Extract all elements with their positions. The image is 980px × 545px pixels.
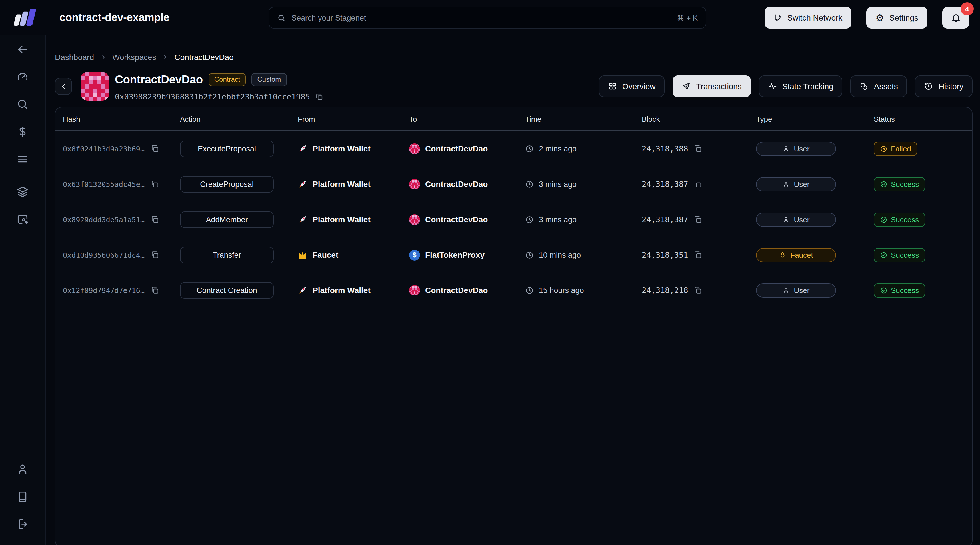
tab-assets[interactable]: Assets xyxy=(851,75,907,97)
main-content: Dashboard Workspaces ContractDevDao Cont… xyxy=(46,35,980,545)
contract-address: 0x03988239b9368831b2f21ebbf23b3af10cce19… xyxy=(115,92,310,101)
copy-hash-button[interactable] xyxy=(150,215,159,224)
block-number: 24,318,388 xyxy=(642,144,688,153)
copy-hash-button[interactable] xyxy=(150,180,159,189)
copy-icon xyxy=(694,250,703,259)
app-logo[interactable] xyxy=(0,0,46,35)
tab-state-tracking[interactable]: State Tracking xyxy=(759,75,843,97)
copy-block-button[interactable] xyxy=(694,215,703,224)
sidebar-item-contracts[interactable] xyxy=(10,206,35,231)
clock-icon xyxy=(525,251,534,259)
from-entity[interactable]: Platform Wallet xyxy=(298,179,409,189)
user-icon xyxy=(16,462,29,475)
action-button[interactable]: Transfer xyxy=(180,246,274,263)
type-badge: User xyxy=(756,283,836,297)
type-label: User xyxy=(794,215,810,224)
tab-history[interactable]: History xyxy=(915,75,972,97)
type-badge: Faucet xyxy=(756,248,836,262)
settings-button[interactable]: ⚙ Settings xyxy=(866,7,928,29)
block-number: 24,318,351 xyxy=(642,250,688,259)
back-button[interactable] xyxy=(55,78,72,95)
from-entity[interactable]: Platform Wallet xyxy=(298,215,409,224)
usdc-icon: $ xyxy=(409,249,420,260)
switch-network-label: Switch Network xyxy=(787,13,842,22)
copy-block-button[interactable] xyxy=(694,180,703,189)
sidebar-item-search[interactable] xyxy=(10,91,35,116)
tx-hash: 0x12f09d7947d7e716… xyxy=(63,286,145,294)
sidebar-item-docs[interactable] xyxy=(10,484,35,509)
time-value: 15 hours ago xyxy=(539,286,584,294)
chevron-right-icon xyxy=(100,54,107,60)
from-entity[interactable]: Platform Wallet xyxy=(298,144,409,153)
copy-block-button[interactable] xyxy=(694,286,703,295)
breadcrumb-dashboard[interactable]: Dashboard xyxy=(55,52,94,62)
switch-network-button[interactable]: Switch Network xyxy=(764,7,851,29)
sidebar-footer xyxy=(10,456,35,536)
to-entity[interactable]: $ ContractDevDao xyxy=(409,285,525,296)
workspace-avatar xyxy=(81,72,109,100)
sidebar-item-workspaces[interactable] xyxy=(10,179,35,204)
tx-hash: 0xd10d935606671dc4… xyxy=(63,251,145,259)
copy-hash-button[interactable] xyxy=(150,250,159,259)
tx-hash: 0x63f0132055adc45e… xyxy=(63,180,145,188)
from-label: Platform Wallet xyxy=(313,180,371,189)
action-button[interactable]: AddMember xyxy=(180,211,274,228)
breadcrumb-current: ContractDevDao xyxy=(175,52,234,62)
sidebar-item-dashboard[interactable] xyxy=(10,64,35,89)
action-button[interactable]: Contract Creation xyxy=(180,282,274,299)
sidebar-divider xyxy=(9,175,36,175)
status-label: Failed xyxy=(891,144,911,153)
sidebar-item-list[interactable] xyxy=(10,146,35,172)
time-value: 10 mins ago xyxy=(539,251,581,259)
from-entity[interactable]: Platform Wallet xyxy=(298,285,409,295)
hash-cell: 0xd10d935606671dc4… xyxy=(63,250,180,259)
transactions-table-card: Hash Action From To Time Block Type Stat… xyxy=(55,107,972,545)
dollar-icon xyxy=(16,125,29,138)
copy-address-button[interactable] xyxy=(315,92,324,101)
global-search[interactable]: ⌘ + K xyxy=(269,7,706,29)
check-circle-icon xyxy=(880,251,888,259)
type-label: User xyxy=(794,180,810,188)
time-cell: 3 mins ago xyxy=(525,180,642,188)
col-status: Status xyxy=(874,114,972,123)
dao-identicon xyxy=(409,143,420,154)
to-entity[interactable]: $ ContractDevDao xyxy=(409,178,525,189)
to-entity[interactable]: $ ContractDevDao xyxy=(409,214,525,225)
tab-label: State Tracking xyxy=(782,82,834,91)
type-badge: User xyxy=(756,141,836,156)
block-cell: 24,318,388 xyxy=(642,144,756,153)
status-label: Success xyxy=(891,251,919,259)
sidebar-item-tokens[interactable] xyxy=(10,119,35,144)
type-label: User xyxy=(794,286,810,294)
sidebar-item-account[interactable] xyxy=(10,456,35,481)
copy-hash-button[interactable] xyxy=(150,286,159,295)
copy-icon xyxy=(694,215,703,224)
copy-hash-button[interactable] xyxy=(150,144,159,153)
action-button[interactable]: CreateProposal xyxy=(180,176,274,192)
from-entity[interactable]: Faucet xyxy=(298,250,409,260)
to-entity[interactable]: $ ContractDevDao xyxy=(409,143,525,154)
from-label: Platform Wallet xyxy=(313,144,371,153)
notifications-button[interactable]: 4 xyxy=(942,7,969,29)
block-number: 24,318,218 xyxy=(642,286,688,295)
to-label: ContractDevDao xyxy=(425,180,488,189)
rocket-icon xyxy=(298,144,307,153)
hash-cell: 0x12f09d7947d7e716… xyxy=(63,286,180,295)
search-input[interactable] xyxy=(291,13,671,22)
copy-block-button[interactable] xyxy=(694,144,703,153)
to-entity[interactable]: $ FiatTokenProxy xyxy=(409,249,525,260)
breadcrumb-workspaces[interactable]: Workspaces xyxy=(112,52,156,62)
status-label: Success xyxy=(891,286,919,294)
to-label: FiatTokenProxy xyxy=(425,250,485,259)
search-shortcut: ⌘ + K xyxy=(677,13,698,22)
chevron-left-icon xyxy=(60,83,67,90)
status-badge: Success xyxy=(874,177,925,191)
tab-transactions[interactable]: Transactions xyxy=(673,75,751,97)
copy-block-button[interactable] xyxy=(694,250,703,259)
sidebar-item-back[interactable] xyxy=(10,37,35,62)
gauge-icon xyxy=(16,70,29,83)
action-button[interactable]: ExecuteProposal xyxy=(180,140,274,157)
tab-overview[interactable]: Overview xyxy=(599,75,665,97)
col-to: To xyxy=(409,114,525,123)
sidebar-item-logout[interactable] xyxy=(10,511,35,536)
